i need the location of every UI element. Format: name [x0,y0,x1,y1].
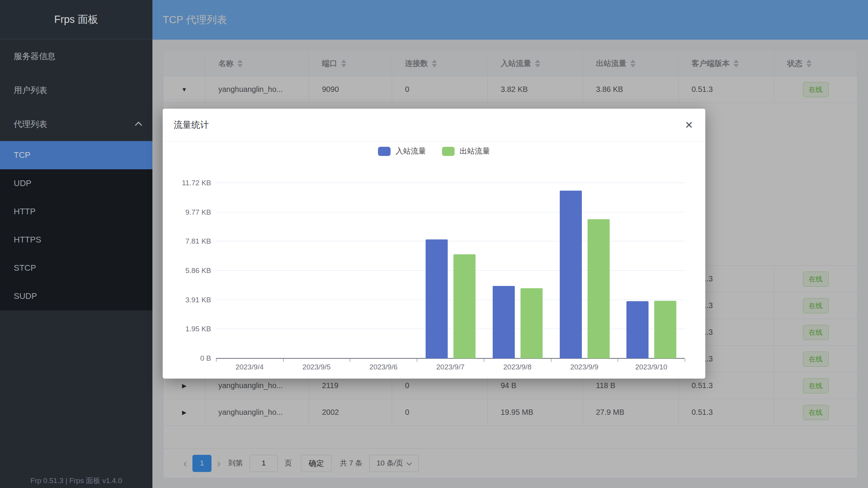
bar-inbound [560,191,582,358]
legend-swatch [442,147,455,156]
chart-category-2 [350,183,417,358]
chevron-up-icon [136,121,142,127]
sidebar-item-stcp[interactable]: STCP [0,254,152,282]
bar-outbound [520,288,543,358]
sidebar-item-http[interactable]: HTTP [0,197,152,226]
y-axis-label: 0 B [163,354,211,363]
x-axis-tick [685,359,685,362]
sidebar-item-2[interactable]: 代理列表 [0,107,152,141]
modal-header: 流量统计 ✕ [163,109,705,141]
frps-dashboard: Frps 面板 服务器信息用户列表代理列表 TCPUDPHTTPHTTPSSTC… [0,0,868,488]
legend-swatch [378,147,391,156]
chart-category-0 [216,183,283,358]
sidebar-menu: 服务器信息用户列表代理列表 [0,39,152,141]
chart-legend: 入站流量出站流量 [163,146,705,156]
sidebar-subitem-label: UDP [14,178,31,188]
y-axis-label: 9.77 KB [163,208,211,217]
sidebar-item-sudp[interactable]: SUDP [0,282,152,310]
sidebar-item-https[interactable]: HTTPS [0,226,152,254]
sidebar-subitem-label: STCP [14,263,36,273]
x-axis-tick [216,359,216,362]
x-axis-tick [417,359,417,362]
traffic-stats-modal: 流量统计 ✕ 入站流量出站流量 2023/9/42023/9/52023/9/6… [163,109,705,379]
x-axis-label: 2023/9/4 [216,363,283,371]
sidebar-subitem-label: HTTPS [14,235,41,245]
chart-x-axis-labels: 2023/9/42023/9/52023/9/62023/9/72023/9/8… [216,363,685,371]
x-axis-label: 2023/9/8 [484,363,551,371]
sidebar-subitem-label: TCP [14,150,30,160]
bar-outbound [654,301,676,359]
chart-category-3 [417,183,484,358]
sidebar-item-1[interactable]: 用户列表 [0,73,152,107]
sidebar-item-label: 代理列表 [14,119,47,130]
y-axis-label: 1.95 KB [163,325,211,333]
x-axis-label: 2023/9/9 [551,363,618,371]
traffic-chart [216,183,685,358]
x-axis-label: 2023/9/7 [417,363,484,371]
y-axis-label: 5.86 KB [163,266,211,275]
legend-label: 出站流量 [460,146,490,156]
bar-outbound [453,254,476,358]
bar-inbound [426,239,448,358]
chart-category-4 [484,183,551,358]
x-axis-tick [484,359,484,362]
legend-item[interactable]: 出站流量 [442,146,490,156]
sidebar-item-label: 用户列表 [14,85,47,96]
x-axis-label: 2023/9/5 [283,363,350,371]
y-axis-label: 7.81 KB [163,237,211,246]
sidebar-subitem-label: HTTP [14,207,35,217]
bar-inbound [626,301,649,358]
x-axis-tick [618,359,618,362]
bar-inbound [493,286,515,358]
chart-category-1 [283,183,350,358]
sidebar-item-label: 服务器信息 [14,51,56,62]
sidebar-item-0[interactable]: 服务器信息 [0,39,152,73]
sidebar-footer: Frp 0.51.3 | Frps 面板 v1.4.0 [0,476,152,486]
legend-label: 入站流量 [396,146,426,156]
app-title: Frps 面板 [0,0,152,39]
x-axis-tick [551,359,551,362]
chart-category-5 [551,183,618,358]
sidebar-item-udp[interactable]: UDP [0,169,152,197]
bar-outbound [588,219,610,358]
x-axis-tick [283,359,283,362]
x-axis-label: 2023/9/10 [618,363,685,371]
sidebar-submenu: TCPUDPHTTPHTTPSSTCPSUDP [0,141,152,310]
sidebar-item-tcp[interactable]: TCP [0,141,152,169]
sidebar: Frps 面板 服务器信息用户列表代理列表 TCPUDPHTTPHTTPSSTC… [0,0,152,488]
chart-category-6 [618,183,685,358]
legend-item[interactable]: 入站流量 [378,146,426,156]
modal-title: 流量统计 [174,119,209,131]
y-axis-label: 3.91 KB [163,296,211,304]
x-axis-tick [350,359,350,362]
chart-columns [216,183,685,358]
close-icon[interactable]: ✕ [685,120,693,130]
y-axis-label: 11.72 KB [163,179,211,187]
x-axis-label: 2023/9/6 [350,363,417,371]
sidebar-subitem-label: SUDP [14,291,37,301]
